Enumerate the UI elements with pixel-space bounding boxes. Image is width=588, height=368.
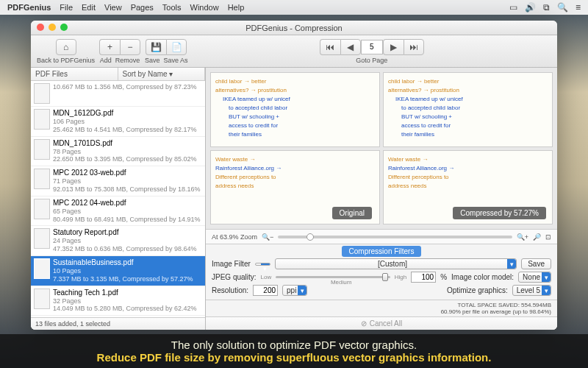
image-filter-prev[interactable] [255,263,270,266]
file-name: MPC 2012 04-web.pdf [53,199,202,208]
resolution-unit-select[interactable]: ppi [282,285,307,296]
marketing-caption: The only solution to optimize PDF vector… [0,334,588,368]
file-pages: 24 Pages [53,237,202,245]
zoom-fit-icon[interactable]: ⊡ [545,233,551,241]
zoom-bar: At 63.9% Zoom 🔍− 🔍+ 🔎 ⊡ [206,229,557,244]
file-item[interactable]: SustainableBusiness.pdf 10 Pages 7.337 M… [31,256,205,286]
airplay-icon[interactable]: ▭ [509,2,517,13]
file-name: MPC 2012 03-web.pdf [53,169,202,177]
file-name: MDN_1701DS.pdf [53,139,202,148]
file-item[interactable]: 10.667 MB to 1.356 MB, Compressed by 87.… [31,81,205,107]
file-name: SustainableBusiness.pdf [53,258,202,267]
menu-pages[interactable]: Pages [131,3,154,12]
file-item[interactable]: Statutory Report.pdf 24 Pages 47.352 MB … [31,226,205,256]
image-filter-select[interactable]: [Custom] [275,258,517,269]
file-thumb [34,139,50,160]
file-thumb [34,199,50,219]
macos-menubar: PDFGenius File Edit View Pages Tools Win… [0,0,588,15]
file-thumb [34,169,50,189]
menu-icon[interactable]: ≡ [576,2,581,13]
resolution-label: Resolution: [212,286,248,294]
back-label: Back to PDFGenius [37,57,95,64]
optimize-select[interactable]: Level 5 [512,285,551,296]
jpeg-quality-slider[interactable]: Medium [276,276,390,278]
remove-button[interactable]: − [120,39,140,55]
jpeg-quality-label: JPEG quality: [212,273,257,281]
caption-line2: Reduce PDF file size by removing superfl… [7,351,581,364]
minimize-button[interactable] [49,24,56,31]
cancel-icon: ⊘ [361,319,367,328]
cancel-bar[interactable]: ⊘ Cancel All [206,316,557,330]
window-title: PDFGenius - Compression [245,24,342,32]
original-badge: Original [332,207,372,219]
sidebar: PDF Files Sort by Name ▾ 10.667 MB to 1.… [31,68,206,330]
saveas-button[interactable]: 📄 [166,39,187,55]
menu-edit[interactable]: Edit [82,3,96,12]
first-page-button[interactable]: ⏮ [320,39,340,55]
file-status: 22.650 MB to 3.395 MB, Compressed by 85.… [53,155,202,163]
file-status: 14.049 MB to 5.280 MB, Compressed by 62.… [53,305,202,313]
zoom-slider[interactable] [278,236,512,238]
file-item[interactable]: MDN_1612DG.pdf 106 Pages 25.462 MB to 4.… [31,107,205,137]
zoom-out-icon[interactable]: 🔍− [262,233,273,241]
file-thumb [34,258,50,279]
search-icon[interactable]: 🔍 [557,2,568,13]
file-status: 7.337 MB to 3.135 MB, Compressed by 57.2… [53,275,202,283]
file-item[interactable]: Teaching Tech 1.pdf 32 Pages 14.049 MB t… [31,286,205,316]
wifi-icon[interactable]: ⧉ [543,2,550,13]
menu-window[interactable]: Window [190,3,219,12]
filters-title: Compression Filters [342,246,422,257]
file-thumb [34,83,50,104]
tab-pdf-files[interactable]: PDF Files [31,68,118,80]
volume-icon[interactable]: 🔊 [525,2,536,13]
zoom-actual-icon[interactable]: 🔎 [533,233,541,241]
file-status: 10.667 MB to 1.356 MB, Compressed by 87.… [53,83,202,91]
file-thumb [34,109,50,130]
sort-dropdown[interactable]: Sort by Name ▾ [118,68,206,80]
last-page-button[interactable]: ⏭ [404,39,424,55]
cancel-label: Cancel All [370,319,402,328]
zoom-label: At 63.9% Zoom [212,233,257,241]
add-button[interactable]: + [99,39,120,55]
menu-tools[interactable]: Tools [162,3,182,12]
file-pages: 32 Pages [53,297,202,305]
gotopage-label: Goto Page [356,57,387,64]
save-button[interactable]: 💾 [146,39,166,55]
file-thumb [34,289,50,309]
optimize-label: Optimize graphics: [447,286,508,294]
file-pages: 10 Pages [53,267,202,275]
filters-panel: Compression Filters Image Filter [Custom… [206,244,557,300]
filter-save-button[interactable]: Save [521,258,551,269]
maximize-button[interactable] [60,24,68,31]
original-page-bottom: Water waste → Rainforest Alliance.org → … [210,150,380,225]
file-list: 10.667 MB to 1.356 MB, Compressed by 87.… [31,81,205,317]
color-model-label: Image color model: [451,273,514,281]
file-item[interactable]: MDN_1701DS.pdf 78 Pages 22.650 MB to 3.3… [31,137,205,167]
zoom-in-icon[interactable]: 🔍+ [517,233,528,241]
resolution-input[interactable] [253,285,278,296]
file-name: Statutory Report.pdf [53,228,202,237]
original-page-top: child labor → better alternatives? → pro… [210,72,380,147]
stats-footer: TOTAL SPACE SAVED: 554.594MB 60.90% per … [206,300,557,316]
color-model-select[interactable]: None [518,272,551,283]
menu-file[interactable]: File [60,3,73,12]
preview-area: child labor → better alternatives? → pro… [206,68,557,229]
file-status: 25.462 MB to 4.541 MB, Compressed by 82.… [53,126,202,134]
close-button[interactable] [37,24,44,31]
back-button[interactable]: ⌂ [56,39,76,55]
menu-view[interactable]: View [104,3,122,12]
file-item[interactable]: MPC 2012 04-web.pdf 65 Pages 80.499 MB t… [31,197,205,227]
jpeg-quality-input[interactable] [411,272,436,283]
file-name: MDN_1612DG.pdf [53,109,202,118]
page-number-input[interactable] [361,40,383,54]
app-window: PDFGenius - Compression ⌂ Back to PDFGen… [31,21,557,330]
menu-help[interactable]: Help [228,3,245,12]
file-item[interactable]: MPC 2012 03-web.pdf 71 Pages 92.013 MB t… [31,166,205,197]
app-name: PDFGenius [7,3,51,12]
compressed-page-bottom: Water waste → Rainforest Alliance.org → … [383,150,553,225]
file-status: 92.013 MB to 75.308 MB, Compressed by 18… [53,185,202,194]
next-page-button[interactable]: ▶ [383,39,404,55]
prev-page-button[interactable]: ◀ [340,39,361,55]
file-thumb [34,228,50,249]
file-pages: 78 Pages [53,148,202,156]
